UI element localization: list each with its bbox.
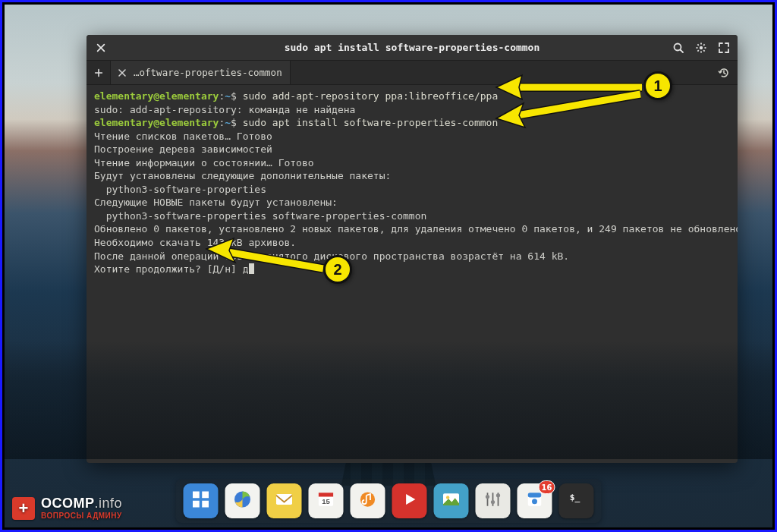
search-button[interactable]	[672, 42, 684, 54]
tab-close-button[interactable]	[117, 68, 127, 78]
svg-point-38	[496, 493, 500, 497]
gear-icon	[695, 42, 707, 54]
watermark-brand: OCOMP.info	[41, 496, 122, 510]
svg-rect-40	[528, 493, 542, 497]
dock-app-videos[interactable]	[392, 483, 427, 518]
dock-app-switchboard[interactable]	[476, 483, 511, 518]
terminal-output-line: Хотите продолжить? [Д/н] д	[94, 263, 730, 276]
svg-text:$_: $_	[570, 492, 580, 502]
search-icon	[672, 42, 684, 54]
terminal-output-line: python3-software-properties	[94, 183, 730, 197]
terminal-output-line: Чтение информации о состоянии… Готово	[94, 156, 730, 170]
terminal-command-line: elementary@elementary:~$ sudo add-apt-re…	[94, 90, 730, 103]
window-title: sudo apt install software-properties-com…	[87, 42, 738, 53]
terminal-output-line: После данной операции объём занятого дис…	[94, 250, 730, 263]
photos-icon	[441, 489, 462, 513]
svg-rect-21	[202, 492, 209, 499]
terminal-output-line: sudo: add-apt-repository: команда не най…	[94, 103, 730, 117]
settings-button[interactable]	[695, 42, 707, 54]
switchboard-icon	[483, 489, 504, 513]
svg-rect-22	[193, 501, 200, 508]
wallpaper-pier	[191, 349, 586, 486]
terminal-output-line: Обновлено 0 пакетов, установлено 2 новых…	[94, 222, 730, 236]
terminal-command-line: elementary@elementary:~$ sudo apt instal…	[94, 116, 730, 130]
dock-app-calendar[interactable]: 15	[309, 483, 344, 518]
window-close-button[interactable]	[94, 41, 108, 55]
watermark: + OCOMP.info ВОПРОСЫ АДМИНУ	[12, 496, 122, 520]
terminal-icon: $_	[566, 489, 587, 513]
svg-marker-30	[406, 494, 415, 505]
terminal-output-line: python3-software-properties software-pro…	[94, 209, 730, 223]
annotation-callout-2: 2	[323, 255, 352, 284]
terminal-output-line: Необходимо скачать 143 kB архивов.	[94, 236, 730, 250]
svg-point-36	[486, 495, 489, 499]
svg-line-1	[681, 49, 684, 52]
history-button[interactable]	[710, 61, 738, 84]
terminal-window: sudo apt install software-properties-com…	[87, 35, 738, 463]
svg-point-37	[491, 500, 495, 504]
svg-line-10	[697, 50, 698, 51]
dock: 1516$_	[176, 479, 602, 523]
terminal-output-line: Следующие НОВЫЕ пакеты будут установлены…	[94, 196, 730, 209]
dock-badge: 16	[539, 480, 555, 494]
svg-point-41	[532, 499, 537, 504]
svg-point-2	[700, 46, 703, 49]
calendar-icon: 15	[316, 489, 337, 513]
svg-text:15: 15	[322, 497, 330, 505]
plus-icon	[93, 68, 104, 78]
svg-rect-20	[193, 492, 200, 499]
tab-bar: …oftware-properties-common	[87, 61, 738, 85]
terminal-output[interactable]: elementary@elementary:~$ sudo add-apt-re…	[87, 85, 738, 463]
svg-rect-27	[319, 493, 333, 496]
dock-app-web-browser[interactable]	[225, 483, 260, 518]
terminal-output-line: Построение дерева зависимостей	[94, 143, 730, 156]
svg-rect-25	[276, 494, 292, 505]
web-browser-icon	[232, 489, 253, 513]
svg-rect-23	[202, 501, 209, 508]
dock-app-photos[interactable]	[434, 483, 469, 518]
window-titlebar: sudo apt install software-properties-com…	[87, 35, 738, 61]
close-icon	[96, 42, 106, 53]
tab-title: …oftware-properties-common	[134, 67, 282, 78]
music-icon	[357, 489, 379, 513]
terminal-output-line: Чтение списков пакетов… Готово	[94, 130, 730, 143]
mail-icon	[274, 489, 295, 513]
history-icon	[718, 67, 730, 79]
svg-line-7	[697, 44, 698, 45]
desktop-wallpaper: sudo apt install software-properties-com…	[5, 5, 772, 527]
terminal-output-line: Будут установлены следующие дополнительн…	[94, 169, 730, 183]
expand-icon	[718, 42, 730, 54]
dock-app-terminal[interactable]: $_	[559, 483, 594, 518]
terminal-tab[interactable]: …oftware-properties-common	[111, 61, 291, 84]
dock-app-appcenter[interactable]: 16	[517, 483, 552, 518]
close-icon	[117, 68, 127, 78]
watermark-logo: +	[12, 497, 35, 520]
svg-line-8	[703, 50, 704, 51]
annotation-callout-1: 1	[643, 71, 672, 100]
videos-icon	[399, 489, 420, 513]
dock-app-mail[interactable]	[267, 483, 302, 518]
watermark-tagline: ВОПРОСЫ АДМИНУ	[41, 512, 122, 520]
multitasking-icon	[190, 489, 212, 513]
dock-app-music[interactable]	[351, 483, 385, 518]
svg-point-32	[446, 496, 449, 499]
maximize-button[interactable]	[718, 42, 730, 54]
svg-line-9	[703, 44, 704, 45]
terminal-cursor	[249, 263, 254, 274]
new-tab-button[interactable]	[87, 61, 111, 84]
dock-app-multitasking[interactable]	[184, 483, 219, 518]
